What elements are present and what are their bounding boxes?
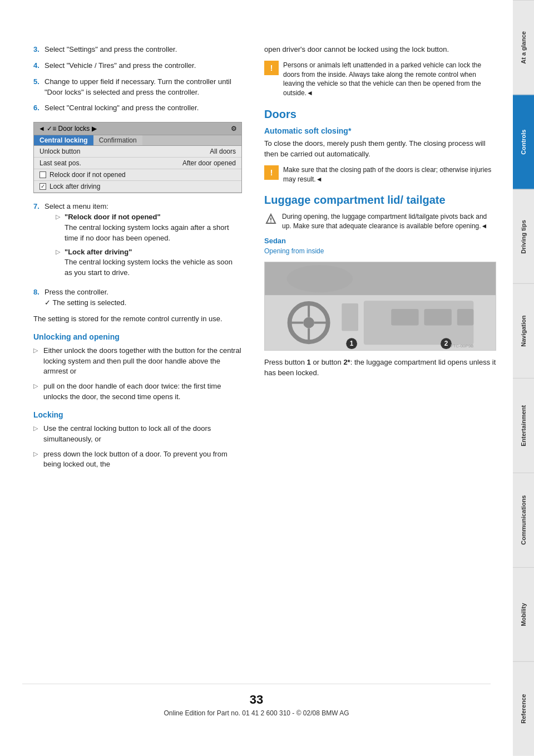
item-num-3: 3. bbox=[33, 45, 44, 55]
bullet-text-unlock-1: Either unlock the doors together with th… bbox=[43, 346, 242, 377]
checkbox-relock bbox=[39, 171, 46, 178]
bullet-arrow-lock-1: ▷ bbox=[33, 424, 43, 445]
row-unlock-button: Unlock button All doors bbox=[34, 146, 241, 158]
door-locks-screenshot: ◄ ✓≡ Door locks ▶ ⚙ Central locking Conf… bbox=[33, 122, 242, 193]
item-num-7: 7. bbox=[33, 202, 44, 282]
auto-soft-closing-body: To close the doors, merely push them gen… bbox=[264, 139, 496, 160]
numbered-item-6: 6. Select "Central locking" and press th… bbox=[33, 103, 242, 114]
sidebar-tab-navigation[interactable]: Navigation bbox=[513, 283, 534, 378]
bullet-lock-1: ▷ Use the central locking button to lock… bbox=[33, 424, 242, 445]
sidebar-tab-reference[interactable]: Reference bbox=[513, 661, 534, 756]
press-button-text: Press button 1 or button 2*: the luggage… bbox=[264, 357, 496, 379]
warning-text-doors: Make sure that the closing path of the d… bbox=[283, 165, 496, 184]
sidebar-tab-entertainment[interactable]: Entertainment bbox=[513, 378, 534, 473]
setting-selected-text: ✓ The setting is selected. bbox=[44, 298, 126, 307]
svg-text:YTC-00P9B: YTC-00P9B bbox=[450, 343, 473, 348]
car-interior-svg: 1 2 YTC-00P9B bbox=[265, 262, 496, 350]
screenshot-header: ◄ ✓≡ Door locks ▶ ⚙ bbox=[34, 122, 241, 135]
numbered-item-7: 7. Select a menu item: ▷ "Relock door if… bbox=[33, 202, 242, 282]
svg-rect-14 bbox=[391, 309, 418, 326]
tab-central-locking[interactable]: Central locking bbox=[34, 135, 93, 145]
luggage-heading: Luggage compartment lid/ tailgate bbox=[264, 194, 496, 207]
item-text-3: Select "Settings" and press the controll… bbox=[44, 45, 242, 55]
automatic-soft-closing-heading: Automatic soft closing* bbox=[264, 126, 496, 135]
note-text-luggage: During opening, the luggage compartment … bbox=[282, 212, 496, 231]
sidebar-tab-driving-tips[interactable]: Driving tips bbox=[513, 189, 534, 284]
header-left: ◄ ✓≡ Door locks ▶ bbox=[38, 125, 97, 132]
sidebar-tab-mobility[interactable]: Mobility bbox=[513, 567, 534, 662]
sub-bullet-title-1: "Relock door if not opened" bbox=[65, 213, 161, 221]
continuation-text: open driver's door cannot be locked usin… bbox=[264, 45, 496, 55]
sub-bullet-relock: ▷ "Relock door if not opened" The centra… bbox=[44, 212, 242, 244]
item-num-4: 4. bbox=[33, 61, 44, 71]
svg-text:1: 1 bbox=[350, 340, 354, 347]
warning-icon-doors: ! bbox=[264, 165, 279, 180]
numbered-item-5: 5. Change to upper field if necessary. T… bbox=[33, 77, 242, 98]
page-number: 33 bbox=[22, 693, 491, 707]
sub-bullet-arrow-1: ▷ bbox=[56, 212, 65, 244]
unlocking-and-opening-heading: Unlocking and opening bbox=[33, 332, 242, 341]
svg-rect-17 bbox=[342, 303, 358, 331]
row-lock-after-driving: Lock after driving bbox=[34, 181, 241, 193]
item-text-6: Select "Central locking" and press the c… bbox=[44, 103, 242, 114]
item-text-7: Select a menu item: ▷ "Relock door if no… bbox=[44, 202, 242, 282]
header-right: ⚙ bbox=[231, 125, 237, 132]
svg-point-5 bbox=[287, 265, 353, 292]
sub-bullet-arrow-2: ▷ bbox=[56, 247, 65, 279]
item-text-8: Press the controller. bbox=[44, 288, 108, 296]
numbered-item-3: 3. Select "Settings" and press the contr… bbox=[33, 45, 242, 55]
numbered-item-4: 4. Select "Vehicle / Tires" and press th… bbox=[33, 61, 242, 71]
sub-bullet-lock-after-driving: ▷ "Lock after driving" The central locki… bbox=[44, 247, 242, 279]
car-interior-image: 1 2 YTC-00P9B bbox=[264, 262, 496, 351]
sidebar-tab-controls[interactable]: Controls bbox=[513, 95, 534, 189]
warning-icon-1: ! bbox=[264, 61, 279, 75]
item-text-5: Change to upper field if necessary. Turn… bbox=[44, 77, 242, 98]
item-num-6: 6. bbox=[33, 103, 44, 114]
page-footer: 33 Online Edition for Part no. 01 41 2 6… bbox=[22, 684, 491, 723]
numbered-item-8: 8. Press the controller. ✓ The setting i… bbox=[33, 287, 242, 308]
bullet-arrow-2: ▷ bbox=[33, 381, 43, 402]
row-last-seat-pos: Last seat pos. After door opened bbox=[34, 158, 241, 169]
screenshot-rows: Unlock button All doors Last seat pos. A… bbox=[34, 146, 241, 193]
sedan-heading: Sedan bbox=[264, 237, 496, 245]
setting-stored-text: The setting is stored for the remote con… bbox=[33, 314, 242, 325]
chapter-sidebar: At a glance Controls Driving tips Naviga… bbox=[513, 0, 534, 756]
bullet-text-lock-2: press down the lock button of a door. To… bbox=[43, 449, 242, 470]
sub-bullet-title-2: "Lock after driving" bbox=[65, 248, 132, 256]
warning-box-doors: ! Make sure that the closing path of the… bbox=[264, 165, 496, 184]
svg-rect-15 bbox=[424, 309, 452, 326]
note-box-luggage: During opening, the luggage compartment … bbox=[264, 212, 496, 231]
opening-from-inside-heading: Opening from inside bbox=[264, 247, 496, 255]
tab-confirmation[interactable]: Confirmation bbox=[93, 135, 142, 145]
bullet-unlock-2: ▷ pull on the door handle of each door t… bbox=[33, 381, 242, 402]
checkbox-lock-after-driving bbox=[39, 183, 46, 190]
sidebar-tab-communications[interactable]: Communications bbox=[513, 473, 534, 567]
bullet-lock-2: ▷ press down the lock button of a door. … bbox=[33, 449, 242, 470]
bullet-text-lock-1: Use the central locking button to lock a… bbox=[43, 424, 242, 445]
footer-text: Online Edition for Part no. 01 41 2 600 … bbox=[164, 709, 349, 717]
svg-point-2 bbox=[270, 222, 271, 223]
locking-heading: Locking bbox=[33, 410, 242, 419]
svg-text:2: 2 bbox=[444, 340, 448, 347]
item-num-5: 5. bbox=[33, 77, 44, 98]
row-relock-door: Relock door if not opened bbox=[34, 169, 241, 181]
sub-bullet-desc-2: The central locking system locks the veh… bbox=[65, 258, 233, 277]
note-icon-luggage bbox=[264, 212, 278, 225]
bullet-arrow-1: ▷ bbox=[33, 346, 43, 377]
warning-box-1: ! Persons or animals left unattended in … bbox=[264, 61, 496, 98]
bullet-arrow-lock-2: ▷ bbox=[33, 449, 43, 470]
warning-text-1: Persons or animals left unattended in a … bbox=[283, 61, 496, 98]
svg-point-8 bbox=[303, 317, 314, 328]
item-num-8: 8. bbox=[33, 287, 44, 308]
svg-rect-16 bbox=[457, 309, 474, 326]
sidebar-tab-at-a-glance[interactable]: At a glance bbox=[513, 0, 534, 95]
item-text-4: Select "Vehicle / Tires" and press the c… bbox=[44, 61, 242, 71]
sub-bullet-desc-1: The central locking system locks again a… bbox=[65, 223, 229, 242]
bullet-unlock-1: ▷ Either unlock the doors together with … bbox=[33, 346, 242, 377]
bullet-text-unlock-2: pull on the door handle of each door twi… bbox=[43, 381, 242, 402]
doors-heading: Doors bbox=[264, 108, 496, 121]
